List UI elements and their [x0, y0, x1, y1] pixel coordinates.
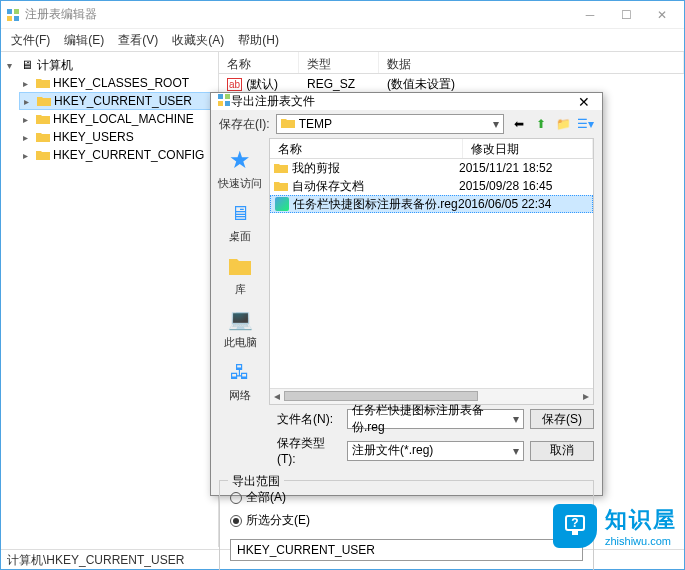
view-menu-icon[interactable]: ☰▾	[576, 115, 594, 133]
app-icon	[5, 7, 21, 23]
branch-input[interactable]	[230, 539, 583, 561]
dialog-close-button[interactable]: ✕	[572, 94, 596, 110]
place-thispc[interactable]: 💻此电脑	[222, 303, 259, 352]
new-folder-icon[interactable]: 📁	[554, 115, 572, 133]
folder-icon	[35, 130, 51, 144]
tree-root[interactable]: ▾ 🖥 计算机	[3, 56, 216, 74]
tree-label: HKEY_CLASSES_ROOT	[53, 76, 189, 90]
menu-file[interactable]: 文件(F)	[5, 30, 56, 51]
dialog-titlebar: 导出注册表文件 ✕	[211, 93, 602, 110]
dialog-toolbar: 保存在(I): TEMP ▾ ⬅ ⬆ 📁 ☰▾	[211, 110, 602, 138]
save-in-label: 保存在(I):	[219, 116, 270, 133]
folder-icon	[35, 76, 51, 90]
cancel-button[interactable]: 取消	[530, 441, 594, 461]
chevron-down-icon: ▾	[513, 412, 519, 426]
save-in-combo[interactable]: TEMP ▾	[276, 114, 504, 134]
minimize-button[interactable]: ─	[572, 3, 608, 27]
tree-label: HKEY_LOCAL_MACHINE	[53, 112, 194, 126]
titlebar: 注册表编辑器 ─ ☐ ✕	[1, 1, 684, 29]
save-button[interactable]: 保存(S)	[530, 409, 594, 429]
file-list[interactable]: 我的剪报 2015/11/21 18:52 自动保存文档 2015/09/28 …	[270, 159, 593, 388]
list-row[interactable]: ab(默认) REG_SZ (数值未设置)	[219, 74, 684, 94]
radio-all-label: 全部(A)	[246, 489, 286, 506]
reg-file-icon	[275, 197, 289, 211]
chevron-down-icon: ▾	[513, 444, 519, 458]
col-type[interactable]: 类型	[299, 52, 379, 73]
svg-rect-0	[7, 9, 12, 14]
menu-view[interactable]: 查看(V)	[112, 30, 164, 51]
svg-rect-5	[225, 94, 230, 99]
scrollbar-thumb[interactable]	[284, 391, 478, 401]
menu-edit[interactable]: 编辑(E)	[58, 30, 110, 51]
list-header: 名称 类型 数据	[219, 52, 684, 74]
svg-rect-6	[218, 101, 223, 106]
computer-icon: 🖥	[19, 58, 35, 72]
col-data[interactable]: 数据	[379, 52, 684, 73]
watermark-name: 知识屋	[605, 505, 677, 535]
place-libraries[interactable]: 库	[222, 250, 258, 299]
tree-pane[interactable]: ▾ 🖥 计算机 ▸HKEY_CLASSES_ROOT ▸HKEY_CURRENT…	[1, 52, 219, 547]
tree-label: HKEY_USERS	[53, 130, 134, 144]
horizontal-scrollbar[interactable]: ◂ ▸	[270, 388, 593, 404]
tree-label: HKEY_CURRENT_CONFIG	[53, 148, 204, 162]
file-date: 2015/11/21 18:52	[459, 161, 589, 175]
places-bar: ★快速访问 🖥桌面 库 💻此电脑 🖧网络	[211, 138, 269, 405]
radio-icon	[230, 515, 242, 527]
tree-item[interactable]: ▸HKEY_CLASSES_ROOT	[19, 74, 216, 92]
maximize-button[interactable]: ☐	[608, 3, 644, 27]
scroll-right-icon[interactable]: ▸	[579, 389, 593, 403]
desktop-icon: 🖥	[224, 199, 256, 227]
folder-icon	[35, 112, 51, 126]
back-icon[interactable]: ⬅	[510, 115, 528, 133]
filename-label: 文件名(N):	[277, 411, 341, 428]
svg-rect-7	[225, 101, 230, 106]
file-row[interactable]: 自动保存文档 2015/09/28 16:45	[270, 177, 593, 195]
menu-favorites[interactable]: 收藏夹(A)	[166, 30, 230, 51]
app-icon	[217, 93, 231, 110]
place-quickaccess[interactable]: ★快速访问	[216, 144, 264, 193]
file-header: 名称 修改日期	[270, 139, 593, 159]
place-desktop[interactable]: 🖥桌面	[222, 197, 258, 246]
folder-icon	[281, 117, 295, 132]
value-name: (默认)	[246, 76, 278, 93]
export-range-group: 导出范围 全部(A) 所选分支(E)	[219, 480, 594, 570]
filetype-combo[interactable]: 注册文件(*.reg)▾	[347, 441, 524, 461]
star-icon: ★	[224, 146, 256, 174]
file-row[interactable]: 我的剪报 2015/11/21 18:52	[270, 159, 593, 177]
place-network[interactable]: 🖧网络	[222, 356, 258, 405]
dialog-title: 导出注册表文件	[231, 93, 572, 110]
filename-input[interactable]: 任务栏快捷图标注册表备份.reg▾	[347, 409, 524, 429]
watermark-logo-icon: ?	[553, 504, 597, 548]
col-name[interactable]: 名称	[219, 52, 299, 73]
col-filename[interactable]: 名称	[270, 139, 463, 158]
file-name: 任务栏快捷图标注册表备份.reg	[293, 196, 458, 213]
watermark-url: zhishiwu.com	[605, 535, 677, 547]
tree-item[interactable]: ▸HKEY_USERS	[19, 128, 216, 146]
tree-item-selected[interactable]: ▸HKEY_CURRENT_USER	[19, 92, 216, 110]
radio-all[interactable]: 全部(A)	[230, 489, 583, 506]
file-name: 我的剪报	[292, 160, 340, 177]
radio-icon	[230, 492, 242, 504]
svg-rect-4	[218, 94, 223, 99]
chevron-down-icon: ▾	[493, 117, 499, 131]
watermark: ? 知识屋 zhishiwu.com	[553, 504, 677, 548]
radio-branch[interactable]: 所选分支(E)	[230, 512, 583, 529]
tree-item[interactable]: ▸HKEY_CURRENT_CONFIG	[19, 146, 216, 164]
svg-rect-3	[14, 16, 19, 21]
tree-item[interactable]: ▸HKEY_LOCAL_MACHINE	[19, 110, 216, 128]
svg-text:?: ?	[571, 516, 578, 530]
up-icon[interactable]: ⬆	[532, 115, 550, 133]
close-button[interactable]: ✕	[644, 3, 680, 27]
scroll-left-icon[interactable]: ◂	[270, 389, 284, 403]
radio-branch-label: 所选分支(E)	[246, 512, 310, 529]
tree-label: HKEY_CURRENT_USER	[54, 94, 192, 108]
menu-help[interactable]: 帮助(H)	[232, 30, 285, 51]
save-in-value: TEMP	[299, 117, 332, 131]
col-moddate[interactable]: 修改日期	[463, 139, 593, 158]
file-row-selected[interactable]: 任务栏快捷图标注册表备份.reg 2016/06/05 22:34	[270, 195, 593, 213]
folder-icon	[36, 94, 52, 108]
network-icon: 🖧	[224, 358, 256, 386]
svg-rect-1	[14, 9, 19, 14]
file-date: 2015/09/28 16:45	[459, 179, 589, 193]
export-legend: 导出范围	[228, 473, 284, 490]
